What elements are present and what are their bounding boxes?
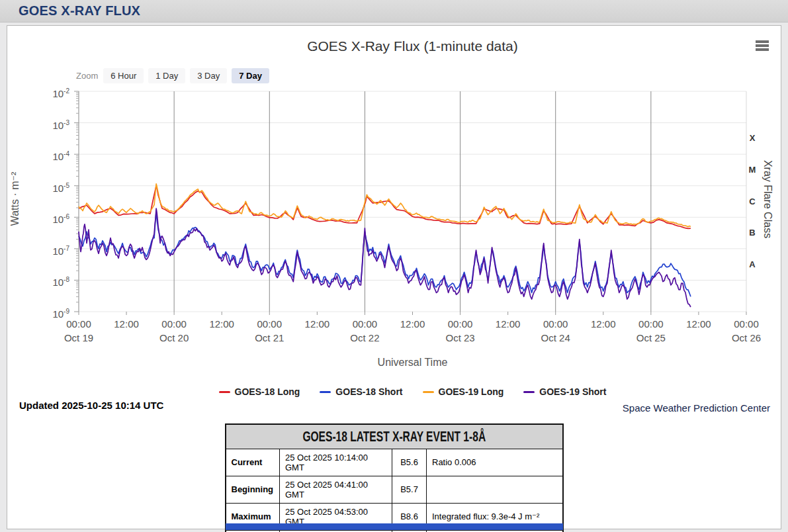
event-extra: [427, 476, 563, 503]
legend-label-goes-19-long: GOES-19 Long: [439, 386, 504, 397]
plot-area[interactable]: [66, 87, 756, 318]
legend-label-goes-19-short: GOES-19 Short: [539, 386, 606, 397]
event-row-label: Beginning: [226, 476, 280, 503]
zoom-button-7-day[interactable]: 7 Day: [232, 68, 269, 83]
legend-swatch-goes-18-long: [219, 391, 230, 393]
right-axis-title: Xray Flare Class: [762, 143, 773, 255]
legend-label-goes-18-short: GOES-18 Short: [335, 386, 402, 397]
flare-class-c: C: [746, 196, 759, 208]
series-goes-19-short[interactable]: [79, 208, 691, 307]
y-tick-10e-3: 10-3: [26, 116, 69, 130]
xray-event-table: GOES-18 LATEST X-RAY EVENT 1-8Å Current2…: [225, 423, 564, 532]
flare-class-b: B: [746, 227, 759, 239]
zoom-button-3-day[interactable]: 3 Day: [190, 68, 227, 83]
x-tick-00-00-oct-26: 00:00Oct 26: [717, 317, 775, 345]
x-axis-title: Universal Time: [79, 357, 746, 369]
zoom-button-1-day[interactable]: 1 Day: [148, 68, 185, 83]
y-tick-10e-8: 10-8: [26, 273, 69, 287]
y-tick-10e-9: 10-9: [26, 305, 69, 318]
legend-swatch-goes-19-short: [523, 391, 535, 393]
event-row-beginning: Beginning25 Oct 2025 04:41:00 GMTB5.7: [226, 476, 563, 503]
event-time: 25 Oct 2025 04:41:00 GMT: [280, 476, 392, 503]
event-class: B5.7: [392, 476, 427, 503]
event-class: B5.6: [392, 449, 427, 476]
legend-item-goes-19-long[interactable]: GOES-19 Long: [423, 386, 504, 397]
flare-class-x: X: [746, 132, 759, 144]
y-tick-10e-6: 10-6: [26, 210, 69, 224]
zoom-buttons: 6 Hour1 Day3 Day7 Day: [103, 69, 274, 81]
page: GOES X-RAY FLUX GOES X-Ray Flux (1-minut…: [0, 0, 788, 532]
event-row-current: Current25 Oct 2025 10:14:00 GMTB5.6Ratio…: [226, 449, 563, 476]
series-goes-18-long[interactable]: [79, 186, 691, 229]
zoom-button-6-hour[interactable]: 6 Hour: [103, 68, 144, 83]
y-axis-title: Watts · m⁻²: [9, 143, 21, 255]
next-table-header-partial: [226, 523, 563, 530]
legend-swatch-goes-18-short: [320, 391, 331, 393]
y-tick-10e-5: 10-5: [26, 179, 69, 193]
legend-label-goes-18-long: GOES-18 Long: [235, 386, 300, 397]
flare-class-m: M: [746, 164, 759, 176]
chart-panel: GOES X-Ray Flux (1-minute data) Zoom 6 H…: [7, 25, 781, 529]
event-time: 25 Oct 2025 10:14:00 GMT: [280, 449, 392, 476]
series-goes-19-long[interactable]: [79, 184, 691, 227]
zoom-toolbar: Zoom 6 Hour1 Day3 Day7 Day: [76, 69, 274, 81]
chart-title: GOES X-Ray Flux (1-minute data): [79, 38, 746, 54]
legend-swatch-goes-19-long: [423, 391, 434, 393]
legend-item-goes-18-long[interactable]: GOES-18 Long: [219, 386, 300, 397]
updated-timestamp: Updated 2025-10-25 10:14 UTC: [19, 400, 163, 411]
hamburger-menu-icon[interactable]: [756, 40, 770, 52]
flare-class-a: A: [746, 259, 759, 271]
zoom-label: Zoom: [76, 71, 98, 81]
source-attribution: Space Weather Prediction Center: [623, 402, 770, 414]
legend-item-goes-18-short[interactable]: GOES-18 Short: [320, 386, 402, 397]
page-title: GOES X-RAY FLUX: [0, 0, 788, 22]
y-tick-10e-4: 10-4: [26, 148, 69, 161]
event-row-label: Current: [226, 449, 280, 476]
y-tick-10e-2: 10-2: [26, 85, 69, 98]
event-table-title: GOES-18 LATEST X-RAY EVENT 1-8Å: [226, 424, 563, 449]
legend: GOES-18 LongGOES-18 ShortGOES-19 LongGOE…: [79, 386, 746, 397]
event-extra: Ratio 0.006: [427, 449, 563, 476]
legend-item-goes-19-short[interactable]: GOES-19 Short: [523, 386, 606, 397]
y-tick-10e-7: 10-7: [26, 242, 69, 255]
